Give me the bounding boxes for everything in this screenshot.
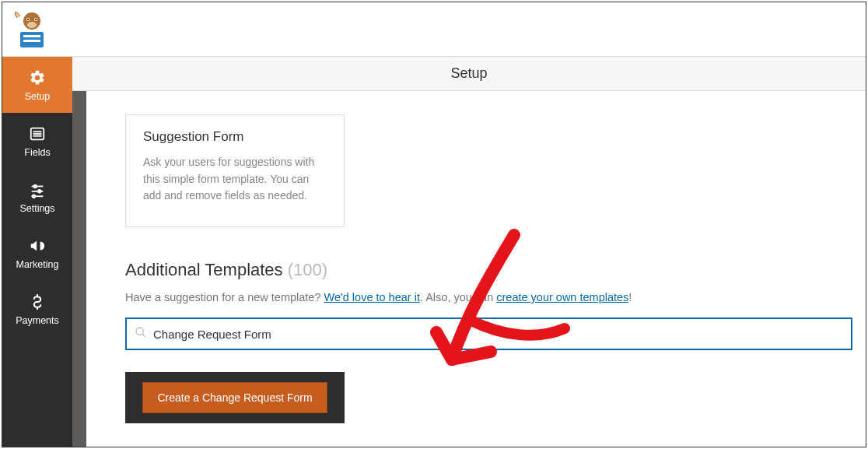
sidebar: Setup Fields Settings Marketing: [2, 57, 72, 447]
bullhorn-icon: [28, 237, 47, 255]
svg-point-18: [33, 195, 36, 198]
template-search[interactable]: [125, 317, 852, 350]
create-template-button[interactable]: Create a Change Request Form: [142, 382, 327, 413]
sidebar-item-label: Payments: [16, 315, 59, 326]
top-bar: [2, 2, 866, 57]
app-logo: [10, 8, 54, 51]
svg-point-3: [27, 19, 29, 20]
list-icon: [28, 125, 47, 143]
svg-rect-7: [23, 35, 40, 37]
template-card-suggestion[interactable]: Suggestion Form Ask your users for sugge…: [125, 114, 345, 227]
template-search-input[interactable]: [153, 328, 843, 341]
sidebar-item-label: Fields: [24, 147, 50, 158]
sliders-icon: [28, 181, 47, 199]
sidebar-item-marketing[interactable]: Marketing: [2, 225, 72, 281]
sidebar-item-label: Setup: [25, 91, 51, 102]
sidebar-item-payments[interactable]: Payments: [2, 281, 72, 337]
svg-point-16: [38, 190, 41, 193]
sidebar-item-settings[interactable]: Settings: [2, 169, 72, 225]
svg-point-4: [35, 19, 37, 20]
sidebar-item-setup[interactable]: Setup: [2, 57, 72, 113]
template-result-tile[interactable]: Create a Change Request Form: [125, 372, 345, 423]
annotation-arrow: [429, 227, 600, 406]
svg-rect-8: [23, 40, 40, 42]
create-own-link[interactable]: create your own templates: [496, 291, 628, 303]
suggestion-text: Have a suggestion for a new template? We…: [125, 291, 866, 303]
svg-point-14: [33, 184, 37, 188]
dollar-icon: [28, 293, 47, 311]
search-icon: [135, 326, 147, 342]
additional-templates-heading: Additional Templates (100): [125, 260, 866, 280]
hear-it-link[interactable]: We'd love to hear it: [324, 291, 420, 303]
sidebar-item-label: Settings: [19, 203, 54, 214]
gear-icon: [28, 68, 47, 87]
sidebar-item-label: Marketing: [16, 259, 59, 270]
svg-point-5: [27, 22, 37, 28]
template-card-desc: Ask your users for suggestions with this…: [143, 154, 327, 205]
svg-line-20: [142, 334, 145, 337]
page-title: Setup: [72, 57, 866, 91]
svg-point-19: [136, 328, 143, 335]
sidebar-item-fields[interactable]: Fields: [2, 113, 72, 169]
template-card-title: Suggestion Form: [143, 129, 327, 145]
